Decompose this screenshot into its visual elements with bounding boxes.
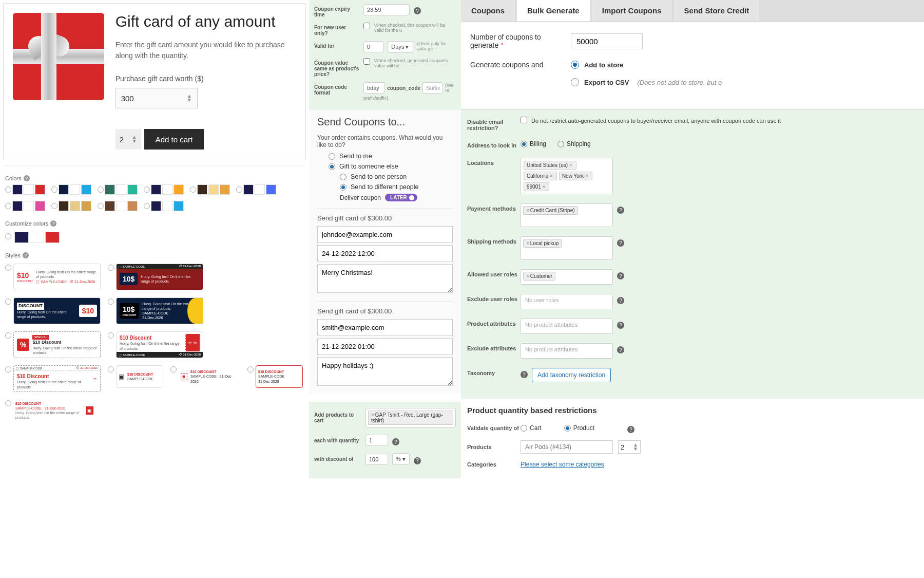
recipient-email-input[interactable] (317, 319, 453, 336)
color-palette-option[interactable] (190, 184, 230, 195)
help-icon[interactable]: ? (414, 7, 421, 14)
deliver-later-toggle[interactable]: LATER (385, 194, 417, 201)
color-palette-option[interactable] (51, 184, 91, 195)
help-icon[interactable]: ? (617, 239, 624, 247)
products-input[interactable] (521, 440, 613, 454)
worth-input[interactable]: 300 ▲▼ (116, 88, 198, 108)
color-palette-option[interactable] (236, 184, 276, 195)
recipient-message-input[interactable]: Merry Christmas! (317, 264, 453, 293)
help-icon[interactable]: ? (23, 252, 29, 258)
color-palette-option[interactable] (5, 201, 45, 211)
code-prefix-input[interactable]: bday (363, 82, 385, 94)
tab-import-coupons[interactable]: Import Coupons (592, 0, 672, 21)
help-icon[interactable]: ? (617, 207, 624, 214)
style-option[interactable]: ▢ SAMPLE-CODE⏱ 31-Dec-202010$Hurry. Goin… (108, 264, 203, 290)
gift-option[interactable]: Gift to someone else (329, 163, 453, 170)
help-icon[interactable]: ? (24, 175, 30, 181)
categories-link[interactable]: Please select some categories (521, 461, 604, 468)
recipient-message-input[interactable]: Happy holidays :) (317, 357, 453, 386)
send-diff-option[interactable]: Send to different people (340, 183, 453, 191)
recipient-email-input[interactable] (317, 226, 453, 243)
help-icon[interactable]: ? (617, 322, 624, 329)
customize-colors-row[interactable] (14, 232, 60, 243)
style-option[interactable]: DISCOUNTHurry. Going fast! On the entire… (5, 297, 101, 324)
excl-attr-input[interactable]: No product attributes (521, 343, 613, 359)
validate-product-option[interactable]: Product (564, 424, 594, 432)
valid-for-input[interactable]: 0 (363, 41, 383, 52)
help-icon[interactable]: ? (617, 346, 624, 353)
color-palette-option[interactable] (51, 201, 91, 211)
help-icon[interactable]: ? (617, 272, 624, 279)
categories-label: Categories (467, 461, 521, 468)
disable-email-checkbox[interactable] (521, 117, 527, 123)
new-user-hint: When checked, this coupon will be valid … (374, 23, 456, 33)
value-same-checkbox[interactable] (363, 58, 370, 65)
tab-coupons[interactable]: Coupons (461, 0, 515, 21)
gift-card-title: Gift card of any amount (116, 13, 296, 30)
locations-input[interactable]: United States (us) ×California ×New York… (521, 158, 613, 194)
help-icon[interactable]: ? (627, 426, 634, 433)
tab-send-store-credit[interactable]: Send Store Credit (674, 0, 760, 21)
color-palette-option[interactable] (98, 201, 138, 211)
stepper-icon[interactable]: ▲▼ (633, 443, 638, 451)
style-option[interactable]: $10DISCOUNTHurry. Going fast! On the ent… (5, 264, 101, 290)
discount-value-input[interactable]: 100 (365, 454, 388, 465)
styles-label: Styles (5, 252, 21, 258)
products-label: Products (467, 444, 521, 450)
billing-option[interactable]: Billing (521, 140, 546, 147)
color-palette-option[interactable] (5, 184, 45, 195)
color-palette-option[interactable] (144, 201, 184, 211)
validate-cart-option[interactable]: Cart (521, 424, 542, 432)
shipping-input[interactable]: ×Local pickup (521, 236, 613, 260)
prod-attr-input[interactable]: No product attributes (521, 319, 613, 334)
stepper-icon[interactable]: ▲▼ (132, 135, 137, 143)
style-option[interactable]: 10$DISCOUNTHurry. Going fast! On the ent… (108, 297, 203, 324)
num-coupons-input[interactable] (571, 33, 643, 49)
customize-radio[interactable] (5, 233, 11, 239)
add-to-store-option[interactable]: Add to store (571, 61, 722, 69)
recipient-datetime-input[interactable] (317, 245, 453, 262)
style-option[interactable]: ▣$10 DISCOUNTSAMPLE-CODE (108, 365, 163, 392)
style-option[interactable]: $10 DiscountHurry. Going fast! On the en… (108, 331, 203, 358)
stepper-icon[interactable]: ▲▼ (187, 94, 192, 102)
new-user-checkbox[interactable] (363, 23, 370, 29)
prod-attr-label: Product attributes (467, 319, 521, 327)
exclude-roles-input[interactable]: No user roles (521, 294, 613, 309)
style-option[interactable]: $10 DISCOUNTSAMPLE-CODE 31-Dec-2020Hurry… (5, 399, 95, 422)
tab-bulk-generate[interactable]: Bulk Generate (517, 0, 590, 21)
help-icon[interactable]: ? (521, 371, 528, 378)
style-option[interactable]: ▣$10 DISCOUNTSAMPLE-CODE 31-Dec-2020 (170, 365, 240, 392)
bulk-form: Number of coupons to generate * Generate… (461, 22, 924, 109)
payment-input[interactable]: ×Credit Card (Stripe) (521, 203, 613, 227)
add-taxonomy-button[interactable]: Add taxonomy restriction (532, 368, 611, 382)
expiry-input[interactable]: 23:59 (363, 4, 410, 15)
send-to-me-option[interactable]: Send to me (329, 153, 453, 160)
style-option[interactable]: $10 DISCOUNTSAMPLE-CODE31-Dec-2020 (247, 365, 303, 392)
location-tag[interactable]: 96001 × (524, 182, 549, 191)
each-qty-input[interactable]: 1 (365, 435, 388, 446)
style-option[interactable]: ▢ SAMPLE-CODE⏱ 31-Dec-2020$10 DiscountHu… (5, 365, 101, 392)
valid-for-unit-select[interactable]: Days ▾ (388, 41, 413, 53)
shipping-methods-label: Shipping methods (467, 236, 521, 245)
discount-unit-select[interactable]: % ▾ (392, 453, 410, 465)
help-icon[interactable]: ? (617, 297, 624, 304)
add-to-cart-button[interactable]: Add to cart (144, 129, 204, 150)
help-icon[interactable]: ? (50, 220, 56, 227)
style-option[interactable]: %SPECIAL$10 DiscountHurry. Going fast! O… (5, 331, 101, 358)
quantity-stepper[interactable]: 2 ▲▼ (116, 129, 141, 150)
location-tag[interactable]: United States (us) × (524, 161, 576, 170)
code-suffix-input[interactable]: Suffix (422, 82, 443, 94)
color-palette-option[interactable] (144, 184, 184, 195)
send-one-option[interactable]: Send to one person (340, 173, 453, 180)
location-tag[interactable]: California × (524, 172, 557, 180)
help-icon[interactable]: ? (392, 438, 399, 445)
color-palette-option[interactable] (98, 184, 138, 195)
shipping-option[interactable]: Shipping (557, 140, 591, 147)
add-products-input[interactable]: ×GAP Tshirt - Red, Large (gap-tshirt) (365, 408, 456, 427)
location-tag[interactable]: New York × (559, 172, 592, 180)
products-qty-stepper[interactable]: 2 ▲▼ (618, 440, 641, 454)
recipient-datetime-input[interactable] (317, 338, 453, 355)
allowed-roles-input[interactable]: ×Customer (521, 269, 613, 285)
export-csv-option[interactable]: Export to CSV (Does not add to store, bu… (571, 78, 722, 86)
help-icon[interactable]: ? (414, 457, 421, 464)
